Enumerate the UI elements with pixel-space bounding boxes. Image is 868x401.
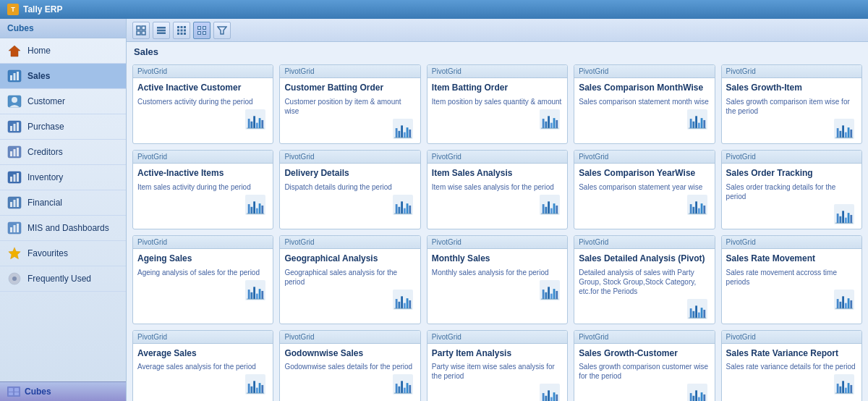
svg-rect-206 xyxy=(692,396,694,401)
card-title: Average Sales xyxy=(137,348,268,360)
sidebar-item-favourites[interactable]: Favourites xyxy=(0,241,126,266)
svg-rect-209 xyxy=(700,392,702,401)
card-1[interactable]: PivotGrid Customer Batting Order Custome… xyxy=(279,64,420,144)
svg-rect-104 xyxy=(256,208,258,213)
svg-rect-81 xyxy=(553,118,556,128)
sidebar-label-favourites: Favourites xyxy=(27,248,68,258)
svg-rect-55 xyxy=(198,27,200,29)
card-title: Sales Order Tracking xyxy=(726,168,857,180)
card-tag: PivotGrid xyxy=(280,236,420,249)
card-8[interactable]: PivotGrid Sales Comparison YearWise Sale… xyxy=(574,150,715,229)
svg-rect-90 xyxy=(703,120,705,128)
svg-rect-106 xyxy=(262,206,264,214)
app-icon: T xyxy=(7,4,19,15)
card-desc: Sales comparison statement year wise xyxy=(579,182,710,192)
sidebar-item-sales[interactable]: Sales xyxy=(0,64,126,89)
sidebar-item-financial[interactable]: Financial xyxy=(0,190,126,216)
svg-rect-4 xyxy=(17,72,19,80)
sidebar-item-customer[interactable]: Customer xyxy=(0,89,126,114)
svg-rect-45 xyxy=(177,29,179,31)
card-desc: Sales rate movement accross time periods xyxy=(726,268,857,287)
card-title: Active-Inactive Items xyxy=(137,168,268,180)
svg-rect-96 xyxy=(845,132,847,137)
toolbar-btn-filter[interactable] xyxy=(213,22,231,39)
svg-rect-98 xyxy=(850,130,852,138)
svg-rect-154 xyxy=(409,300,411,308)
card-title: Item Sales Analysis xyxy=(432,168,563,180)
chart-icon xyxy=(390,119,416,139)
toolbar-btn-layout3[interactable] xyxy=(173,22,190,39)
card-15[interactable]: PivotGrid Average Sales Average sales an… xyxy=(132,330,273,401)
main-layout: Cubes Home Sales Customer xyxy=(0,19,868,401)
svg-rect-37 xyxy=(137,31,140,35)
card-18[interactable]: PivotGrid Sales Growth-Customer Sales gr… xyxy=(574,330,715,401)
financial-icon xyxy=(7,195,22,210)
card-tag: PivotGrid xyxy=(574,331,714,344)
card-12[interactable]: PivotGrid Monthly Sales Monthly sales an… xyxy=(427,235,568,324)
svg-rect-48 xyxy=(177,33,179,35)
svg-rect-64 xyxy=(256,122,258,127)
svg-rect-57 xyxy=(198,32,200,34)
card-tag: PivotGrid xyxy=(722,331,861,344)
card-tag: PivotGrid xyxy=(722,236,861,249)
svg-rect-9 xyxy=(14,124,16,131)
svg-rect-85 xyxy=(689,119,692,128)
card-19[interactable]: PivotGrid Sales Rate Variance Report Sal… xyxy=(721,330,862,401)
sidebar-item-freq[interactable]: Frequently Used xyxy=(0,266,126,292)
svg-rect-146 xyxy=(262,291,264,299)
svg-rect-65 xyxy=(259,118,261,128)
svg-marker-27 xyxy=(9,248,20,259)
svg-rect-17 xyxy=(14,174,16,182)
svg-rect-82 xyxy=(556,120,558,128)
sidebar-label-customer: Customer xyxy=(27,96,65,106)
chart-icon xyxy=(684,384,710,401)
card-desc: Monthly sales analysis for the period xyxy=(432,268,563,277)
card-14[interactable]: PivotGrid Sales Rate Movement Sales rate… xyxy=(721,235,862,324)
svg-rect-125 xyxy=(689,204,692,214)
svg-rect-135 xyxy=(842,211,844,223)
sidebar-item-home[interactable]: Home xyxy=(0,38,126,64)
card-desc: Godownwise sales details for the period xyxy=(284,362,415,371)
card-17[interactable]: PivotGrid Party Item Analysis Party wise… xyxy=(427,330,568,401)
svg-rect-158 xyxy=(545,292,548,298)
svg-rect-8 xyxy=(10,126,12,131)
toolbar-btn-layout2[interactable] xyxy=(153,22,170,39)
card-2[interactable]: PivotGrid Item Batting Order Item positi… xyxy=(427,64,568,144)
svg-rect-137 xyxy=(848,213,850,223)
card-3[interactable]: PivotGrid Sales Comparison MonthWise Sal… xyxy=(574,64,715,144)
svg-rect-13 xyxy=(14,149,16,156)
card-11[interactable]: PivotGrid Geographical Analysis Geograph… xyxy=(279,235,420,324)
card-13[interactable]: PivotGrid Sales Detailed Analysis (Pivot… xyxy=(574,235,715,324)
svg-rect-168 xyxy=(698,312,700,317)
svg-rect-112 xyxy=(404,208,406,213)
sidebar-item-creditors[interactable]: Creditors xyxy=(0,140,126,165)
svg-rect-79 xyxy=(548,116,550,128)
svg-marker-0 xyxy=(9,46,20,56)
sidebar-item-mis[interactable]: MIS and Dashboards xyxy=(0,216,126,241)
card-5[interactable]: PivotGrid Active-Inactive Items Item sal… xyxy=(132,150,273,229)
card-tag: PivotGrid xyxy=(427,151,567,164)
card-6[interactable]: PivotGrid Delivery Details Dispatch deta… xyxy=(279,150,420,229)
sidebar-footer[interactable]: Cubes xyxy=(0,381,126,401)
creditors-icon xyxy=(7,145,22,159)
card-title: Party Item Analysis xyxy=(432,348,563,360)
sidebar-item-purchase[interactable]: Purchase xyxy=(0,114,126,140)
card-10[interactable]: PivotGrid Ageing Sales Ageing analysis o… xyxy=(132,235,273,324)
card-desc: Ageing analysis of sales for the period xyxy=(137,268,268,277)
card-9[interactable]: PivotGrid Sales Order Tracking Sales ord… xyxy=(721,150,862,229)
sidebar-item-inventory[interactable]: Inventory xyxy=(0,165,126,190)
toolbar-btn-layout4[interactable] xyxy=(193,22,210,39)
svg-rect-89 xyxy=(700,118,702,128)
card-16[interactable]: PivotGrid Godownwise Sales Godownwise sa… xyxy=(279,330,420,401)
sidebar-label-inventory: Inventory xyxy=(27,172,63,182)
card-desc: Geographical sales analysis for the peri… xyxy=(284,268,415,287)
card-tag: PivotGrid xyxy=(133,151,273,164)
svg-rect-176 xyxy=(845,303,847,308)
svg-rect-87 xyxy=(695,116,697,128)
card-0[interactable]: PivotGrid Active Inactive Customer Custo… xyxy=(132,64,273,144)
svg-rect-161 xyxy=(553,289,556,299)
card-4[interactable]: PivotGrid Sales Growth-Item Sales growth… xyxy=(721,64,862,144)
card-7[interactable]: PivotGrid Item Sales Analysis Item wise … xyxy=(427,150,568,229)
svg-rect-62 xyxy=(251,121,253,127)
toolbar-btn-layout1[interactable] xyxy=(132,22,150,39)
